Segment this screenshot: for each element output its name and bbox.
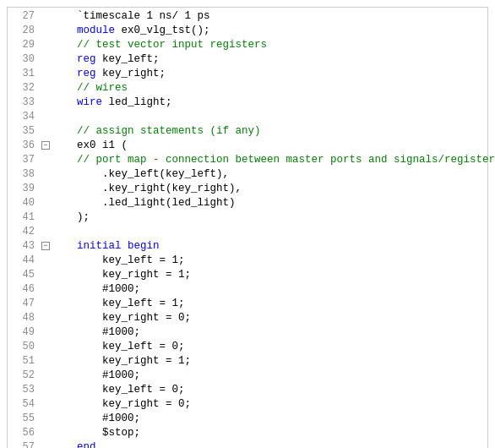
code-line: 30 reg key_left; (8, 52, 487, 67)
code-line: 50 key_left = 0; (8, 340, 487, 354)
code-token: .key_left(key_left), (52, 167, 229, 182)
code-line: 38 .key_left(key_left), (8, 167, 487, 182)
line-number: 39 (11, 182, 35, 196)
line-number: 30 (11, 52, 35, 67)
code-line: 36− ex0 i1 ( (8, 139, 487, 153)
line-number: 54 (11, 397, 35, 412)
code-token (52, 440, 77, 448)
code-token (52, 96, 77, 110)
code-line: 32 // wires (8, 81, 487, 96)
line-number: 42 (11, 225, 35, 239)
code-line: 48 key_right = 0; (8, 311, 487, 325)
code-line: 54 key_right = 0; (8, 397, 487, 412)
code-line: 56 $stop; (8, 426, 487, 440)
code-line: 39 .key_right(key_right), (8, 182, 487, 196)
line-number: 35 (11, 124, 35, 139)
code-line: 27 `timescale 1 ns/ 1 ps (8, 9, 487, 24)
code-token: key_left = 0; (52, 383, 185, 397)
code-token: key_left; (96, 52, 160, 67)
code-line: 35 // assign statements (if any) (8, 124, 487, 139)
line-number: 53 (11, 383, 35, 397)
fold-button[interactable]: − (41, 242, 50, 250)
line-number: 50 (11, 340, 35, 354)
code-line: 43− initial begin (8, 239, 487, 254)
code-token: // port map - connection between master … (52, 153, 495, 167)
line-number: 45 (11, 268, 35, 282)
code-line: 57 end (8, 440, 487, 448)
line-number: 46 (11, 282, 35, 297)
code-token: // wires (52, 81, 128, 96)
code-token: .key_right(key_right), (52, 182, 242, 196)
line-number: 32 (11, 81, 35, 96)
code-line: 31 reg key_right; (8, 67, 487, 81)
code-token: key_right = 0; (52, 311, 191, 325)
code-token: key_left = 0; (52, 340, 185, 354)
code-token: #1000; (52, 369, 140, 383)
code-token: $stop; (52, 426, 140, 440)
code-line: 44 key_left = 1; (8, 254, 487, 268)
code-token: key_left = 1; (52, 254, 185, 268)
line-number: 38 (11, 167, 35, 182)
line-number: 29 (11, 38, 35, 52)
line-number: 49 (11, 325, 35, 340)
code-token (52, 239, 77, 254)
code-token: key_right = 1; (52, 268, 191, 282)
code-token (52, 52, 77, 67)
code-line: 49 #1000; (8, 325, 487, 340)
code-token: ); (52, 210, 90, 225)
line-number: 43 (11, 239, 35, 254)
line-number: 36 (11, 139, 35, 153)
code-token: wire (77, 96, 102, 110)
code-token: key_right = 0; (52, 397, 191, 412)
code-line: 51 key_right = 1; (8, 354, 487, 369)
code-line: 28 module ex0_vlg_tst(); (8, 24, 487, 38)
code-token: #1000; (52, 412, 140, 426)
line-number: 37 (11, 153, 35, 167)
line-number: 40 (11, 196, 35, 210)
code-line: 46 #1000; (8, 282, 487, 297)
code-token: // assign statements (if any) (52, 124, 261, 139)
code-token: reg (77, 67, 96, 81)
code-token: #1000; (52, 325, 140, 340)
code-line: 47 key_left = 1; (8, 297, 487, 311)
code-block: 27 `timescale 1 ns/ 1 ps28 module ex0_vl… (7, 7, 488, 448)
code-token: module (77, 24, 115, 38)
line-number: 52 (11, 369, 35, 383)
code-token: reg (77, 52, 96, 67)
code-line: 53 key_left = 0; (8, 383, 487, 397)
fold-button[interactable]: − (41, 141, 50, 150)
line-number: 33 (11, 96, 35, 110)
line-number: 41 (11, 210, 35, 225)
code-token: led_light; (102, 96, 172, 110)
line-number: 56 (11, 426, 35, 440)
line-number: 34 (11, 110, 35, 124)
line-number: 55 (11, 412, 35, 426)
code-token: initial begin (77, 239, 160, 254)
code-token: end (77, 440, 96, 448)
code-token: key_right = 1; (52, 354, 191, 369)
code-token: ex0 i1 ( (52, 139, 128, 153)
code-line: 55 #1000; (8, 412, 487, 426)
line-number: 51 (11, 354, 35, 369)
code-token: .led_light(led_light) (52, 196, 236, 210)
code-token (52, 24, 77, 38)
code-token: `timescale 1 ns/ 1 ps (52, 9, 210, 24)
code-token: ex0_vlg_tst(); (115, 24, 210, 38)
code-line: 42 (8, 225, 487, 239)
code-line: 37 // port map - connection between mast… (8, 153, 487, 167)
code-line: 34 (8, 110, 487, 124)
code-line: 52 #1000; (8, 369, 487, 383)
code-line: 33 wire led_light; (8, 96, 487, 110)
line-number: 48 (11, 311, 35, 325)
page-container: 27 `timescale 1 ns/ 1 ps28 module ex0_vl… (0, 0, 495, 448)
line-number: 28 (11, 24, 35, 38)
code-line: 45 key_right = 1; (8, 268, 487, 282)
line-number: 47 (11, 297, 35, 311)
line-number: 57 (11, 440, 35, 448)
code-line: 29 // test vector input registers (8, 38, 487, 52)
line-number: 27 (11, 9, 35, 24)
code-token: #1000; (52, 282, 140, 297)
code-token: key_left = 1; (52, 297, 185, 311)
line-number: 44 (11, 254, 35, 268)
code-token: key_right; (96, 67, 166, 81)
